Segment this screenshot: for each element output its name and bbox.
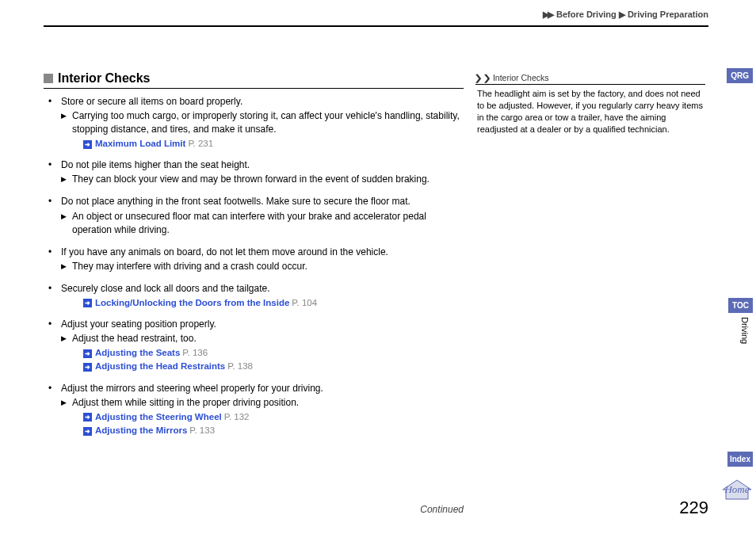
link-arrow-icon: ➜ [83,349,92,358]
bullet-text: Do not pile items higher than the seat h… [61,158,464,172]
link-arrow-icon: ➜ [83,299,92,307]
tab-index[interactable]: Index [727,452,753,467]
chevron-icon: ▶▶ [543,10,552,19]
link-arrow-icon: ➜ [83,427,92,436]
bullet-text: Do not place anything in the front seat … [61,195,464,208]
main-column: Interior Checks Store or secure all item… [44,71,464,445]
sidebar-column: ❯❯ Interior Checks The headlight aim is … [475,73,705,135]
xref-title: Adjusting the Head Restraints [95,361,225,371]
xref-page: P. 104 [292,298,317,307]
bullet-subtext: Adjust them while sitting in the proper … [61,396,464,410]
bullet-subtext: Carrying too much cargo, or improperly s… [61,109,464,136]
xref-title: Maximum Load Limit [95,139,185,148]
bullet-item: Adjust your seating position properly.Ad… [55,318,464,373]
tab-qrg[interactable]: QRG [727,68,753,83]
bullet-list: Store or secure all items on board prope… [44,95,464,437]
bullet-item: Do not place anything in the front seat … [55,195,464,236]
xref-page: P. 132 [224,412,250,421]
xref-page: P. 138 [227,361,253,371]
bullet-item: If you have any animals on board, do not… [55,246,464,273]
bullet-item: Store or secure all items on board prope… [55,95,464,150]
bullet-subtext: They can block your view and may be thro… [61,173,464,186]
sidebar-heading: ❯❯ Interior Checks [475,73,705,85]
sidebar-title: Interior Checks [493,73,549,82]
continued-label: Continued [44,504,464,515]
xref-page: P. 136 [182,348,208,357]
tab-toc[interactable]: TOC [728,298,753,313]
chevron-icon: ▶ [619,10,624,19]
breadcrumb-a: Before Driving [556,10,617,19]
bullet-text: Adjust the mirrors and steering wheel pr… [61,382,464,395]
xref-title: Adjusting the Mirrors [95,425,187,435]
bullet-subtext: They may interfere with driving and a cr… [61,260,464,273]
section-heading: Interior Checks [44,71,464,89]
header-rule [44,25,708,27]
cross-reference-link[interactable]: ➜Adjusting the Steering WheelP. 132 [83,410,464,423]
bullet-item: Adjust the mirrors and steering wheel pr… [55,382,464,437]
double-chevron-icon: ❯❯ [474,73,491,82]
xref-title: Adjusting the Seats [95,348,180,357]
home-button[interactable]: Home [721,479,753,501]
link-arrow-icon: ➜ [83,363,92,372]
breadcrumb: ▶▶ Before Driving ▶ Driving Preparation [44,10,708,20]
cross-reference-link[interactable]: ➜Locking/Unlocking the Doors from the In… [83,296,464,309]
bullet-text: Store or secure all items on board prope… [61,95,464,109]
bullet-item: Do not pile items higher than the seat h… [55,158,464,186]
xref-title: Adjusting the Steering Wheel [95,412,222,421]
xref-page: P. 231 [188,139,213,148]
link-arrow-icon: ➜ [83,140,92,149]
cross-reference-link[interactable]: ➜Maximum Load LimitP. 231 [83,137,464,150]
sidebar-text: The headlight aim is set by the factory,… [475,88,705,135]
link-arrow-icon: ➜ [83,413,92,421]
bullet-text: Securely close and lock all doors and th… [61,282,464,296]
home-label: Home [724,483,749,496]
bullet-text: If you have any animals on board, do not… [61,246,464,259]
chapter-label: Driving [740,317,750,344]
cross-reference-link[interactable]: ➜Adjusting the SeatsP. 136 [83,346,464,359]
cross-reference-link[interactable]: ➜Adjusting the MirrorsP. 133 [83,424,464,437]
bullet-subtext: Adjust the head restraint, too. [61,332,464,345]
xref-page: P. 133 [189,425,215,435]
page-number: 229 [679,498,708,518]
bullet-subtext: An object or unsecured floor mat can int… [61,210,464,237]
bullet-text: Adjust your seating position properly. [61,318,464,331]
section-title: Interior Checks [58,71,150,86]
cross-reference-link[interactable]: ➜Adjusting the Head RestraintsP. 138 [83,360,464,372]
square-bullet-icon [44,74,53,83]
bullet-item: Securely close and lock all doors and th… [55,282,464,309]
breadcrumb-b: Driving Preparation [628,10,708,19]
xref-title: Locking/Unlocking the Doors from the Ins… [95,298,289,307]
